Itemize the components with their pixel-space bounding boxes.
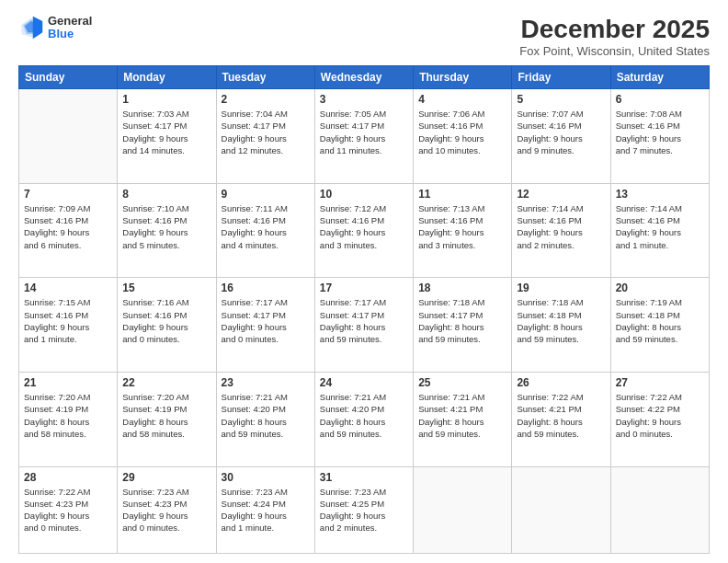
day-header: Thursday (414, 66, 512, 89)
day-number: 18 (418, 282, 506, 294)
calendar-cell: 18Sunrise: 7:18 AM Sunset: 4:17 PM Dayli… (414, 278, 512, 373)
cell-info: Sunrise: 7:19 AM Sunset: 4:18 PM Dayligh… (616, 296, 704, 345)
cell-info: Sunrise: 7:07 AM Sunset: 4:16 PM Dayligh… (517, 108, 605, 156)
day-number: 23 (222, 376, 310, 389)
day-number: 30 (222, 471, 310, 484)
cell-info: Sunrise: 7:21 AM Sunset: 4:20 PM Dayligh… (222, 391, 310, 440)
cell-info: Sunrise: 7:23 AM Sunset: 4:23 PM Dayligh… (122, 486, 210, 534)
calendar-cell: 27Sunrise: 7:22 AM Sunset: 4:22 PM Dayli… (610, 372, 709, 466)
calendar-cell: 4Sunrise: 7:06 AM Sunset: 4:16 PM Daylig… (414, 89, 512, 184)
calendar-cell (19, 89, 118, 184)
calendar-cell: 23Sunrise: 7:21 AM Sunset: 4:20 PM Dayli… (216, 372, 314, 466)
calendar-cell: 28Sunrise: 7:22 AM Sunset: 4:23 PM Dayli… (19, 466, 118, 553)
day-number: 6 (616, 93, 704, 106)
calendar: SundayMondayTuesdayWednesdayThursdayFrid… (18, 65, 710, 554)
header-row: SundayMondayTuesdayWednesdayThursdayFrid… (19, 66, 710, 89)
day-number: 14 (24, 282, 112, 294)
day-number: 20 (616, 282, 704, 294)
calendar-cell: 5Sunrise: 7:07 AM Sunset: 4:16 PM Daylig… (512, 89, 610, 184)
calendar-cell: 30Sunrise: 7:23 AM Sunset: 4:24 PM Dayli… (216, 466, 314, 553)
calendar-cell: 6Sunrise: 7:08 AM Sunset: 4:16 PM Daylig… (610, 89, 709, 184)
day-header: Monday (118, 66, 216, 89)
cell-info: Sunrise: 7:14 AM Sunset: 4:16 PM Dayligh… (517, 202, 605, 251)
day-number: 25 (418, 376, 506, 389)
calendar-cell: 31Sunrise: 7:23 AM Sunset: 4:25 PM Dayli… (314, 466, 413, 553)
calendar-cell: 3Sunrise: 7:05 AM Sunset: 4:17 PM Daylig… (314, 89, 413, 184)
day-number: 29 (122, 471, 210, 484)
day-number: 15 (122, 282, 210, 294)
day-number: 7 (24, 188, 112, 201)
cell-info: Sunrise: 7:10 AM Sunset: 4:16 PM Dayligh… (122, 202, 210, 251)
day-header: Sunday (19, 66, 118, 89)
cell-info: Sunrise: 7:23 AM Sunset: 4:24 PM Dayligh… (222, 486, 310, 534)
cell-info: Sunrise: 7:04 AM Sunset: 4:17 PM Dayligh… (222, 108, 310, 156)
day-number: 16 (222, 282, 310, 294)
calendar-cell: 22Sunrise: 7:20 AM Sunset: 4:19 PM Dayli… (118, 372, 216, 466)
cell-info: Sunrise: 7:17 AM Sunset: 4:17 PM Dayligh… (320, 296, 408, 345)
day-header: Friday (512, 66, 610, 89)
calendar-cell: 21Sunrise: 7:20 AM Sunset: 4:19 PM Dayli… (19, 372, 118, 466)
calendar-cell: 2Sunrise: 7:04 AM Sunset: 4:17 PM Daylig… (216, 89, 314, 184)
day-number: 10 (320, 188, 408, 201)
calendar-cell (414, 466, 512, 553)
calendar-cell: 10Sunrise: 7:12 AM Sunset: 4:16 PM Dayli… (314, 183, 413, 278)
logo-blue: Blue (48, 28, 92, 40)
calendar-cell: 14Sunrise: 7:15 AM Sunset: 4:16 PM Dayli… (19, 278, 118, 373)
header: General Blue December 2025 Fox Point, Wi… (18, 15, 710, 58)
day-number: 28 (24, 471, 112, 484)
day-number: 12 (517, 188, 605, 201)
week-row: 28Sunrise: 7:22 AM Sunset: 4:23 PM Dayli… (19, 466, 710, 553)
cell-info: Sunrise: 7:12 AM Sunset: 4:16 PM Dayligh… (320, 202, 408, 251)
calendar-cell: 11Sunrise: 7:13 AM Sunset: 4:16 PM Dayli… (414, 183, 512, 278)
day-header: Tuesday (216, 66, 314, 89)
logo-text: General Blue (48, 15, 92, 41)
day-header: Wednesday (314, 66, 413, 89)
calendar-cell: 1Sunrise: 7:03 AM Sunset: 4:17 PM Daylig… (118, 89, 216, 184)
title-block: December 2025 Fox Point, Wisconsin, Unit… (519, 15, 710, 58)
location: Fox Point, Wisconsin, United States (519, 44, 710, 58)
cell-info: Sunrise: 7:21 AM Sunset: 4:21 PM Dayligh… (418, 391, 506, 440)
calendar-cell (610, 466, 709, 553)
day-number: 4 (418, 93, 506, 106)
cell-info: Sunrise: 7:09 AM Sunset: 4:16 PM Dayligh… (24, 202, 112, 251)
day-number: 19 (517, 282, 605, 294)
cell-info: Sunrise: 7:16 AM Sunset: 4:16 PM Dayligh… (122, 296, 210, 345)
cell-info: Sunrise: 7:13 AM Sunset: 4:16 PM Dayligh… (418, 202, 506, 251)
calendar-cell: 9Sunrise: 7:11 AM Sunset: 4:16 PM Daylig… (216, 183, 314, 278)
week-row: 21Sunrise: 7:20 AM Sunset: 4:19 PM Dayli… (19, 372, 710, 466)
cell-info: Sunrise: 7:15 AM Sunset: 4:16 PM Dayligh… (24, 296, 112, 345)
day-number: 27 (616, 376, 704, 389)
cell-info: Sunrise: 7:20 AM Sunset: 4:19 PM Dayligh… (122, 391, 210, 440)
cell-info: Sunrise: 7:08 AM Sunset: 4:16 PM Dayligh… (616, 108, 704, 156)
cell-info: Sunrise: 7:22 AM Sunset: 4:22 PM Dayligh… (616, 391, 704, 440)
day-header: Saturday (610, 66, 709, 89)
calendar-cell: 15Sunrise: 7:16 AM Sunset: 4:16 PM Dayli… (118, 278, 216, 373)
day-number: 1 (122, 93, 210, 106)
calendar-cell: 17Sunrise: 7:17 AM Sunset: 4:17 PM Dayli… (314, 278, 413, 373)
cell-info: Sunrise: 7:21 AM Sunset: 4:20 PM Dayligh… (320, 391, 408, 440)
day-number: 21 (24, 376, 112, 389)
day-number: 2 (222, 93, 310, 106)
calendar-cell: 8Sunrise: 7:10 AM Sunset: 4:16 PM Daylig… (118, 183, 216, 278)
cell-info: Sunrise: 7:14 AM Sunset: 4:16 PM Dayligh… (616, 202, 704, 251)
logo: General Blue (18, 15, 92, 41)
day-number: 24 (320, 376, 408, 389)
day-number: 5 (517, 93, 605, 106)
cell-info: Sunrise: 7:22 AM Sunset: 4:23 PM Dayligh… (24, 486, 112, 534)
cell-info: Sunrise: 7:23 AM Sunset: 4:25 PM Dayligh… (320, 486, 408, 534)
calendar-cell: 19Sunrise: 7:18 AM Sunset: 4:18 PM Dayli… (512, 278, 610, 373)
week-row: 1Sunrise: 7:03 AM Sunset: 4:17 PM Daylig… (19, 89, 710, 184)
calendar-cell: 12Sunrise: 7:14 AM Sunset: 4:16 PM Dayli… (512, 183, 610, 278)
day-number: 26 (517, 376, 605, 389)
cell-info: Sunrise: 7:03 AM Sunset: 4:17 PM Dayligh… (122, 108, 210, 156)
svg-marker-3 (33, 17, 43, 40)
logo-general: General (48, 15, 92, 28)
logo-icon (18, 15, 44, 40)
cell-info: Sunrise: 7:20 AM Sunset: 4:19 PM Dayligh… (24, 391, 112, 440)
cell-info: Sunrise: 7:06 AM Sunset: 4:16 PM Dayligh… (418, 108, 506, 156)
calendar-cell: 20Sunrise: 7:19 AM Sunset: 4:18 PM Dayli… (610, 278, 709, 373)
page: General Blue December 2025 Fox Point, Wi… (0, 0, 728, 563)
calendar-cell: 24Sunrise: 7:21 AM Sunset: 4:20 PM Dayli… (314, 372, 413, 466)
cell-info: Sunrise: 7:05 AM Sunset: 4:17 PM Dayligh… (320, 108, 408, 156)
calendar-cell: 29Sunrise: 7:23 AM Sunset: 4:23 PM Dayli… (118, 466, 216, 553)
